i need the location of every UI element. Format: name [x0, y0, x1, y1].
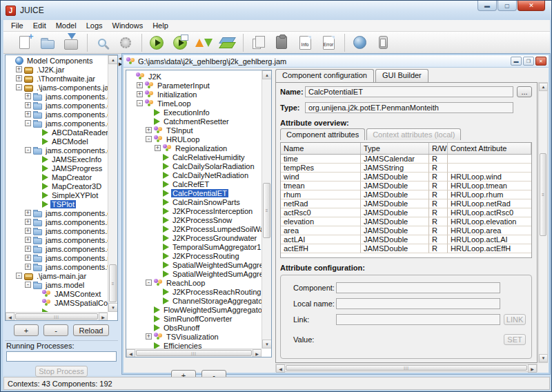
table-row[interactable]: wind JAMSDouble R HRULoop.wind	[281, 173, 531, 182]
remove-component-button[interactable]: -	[43, 324, 68, 336]
expand-toggle[interactable]: -	[16, 84, 22, 90]
expand-toggle[interactable]: +	[25, 255, 31, 261]
exchange-button[interactable]	[193, 33, 215, 52]
info-log-button[interactable]: Info	[294, 33, 316, 52]
tree-item[interactable]: JAMSExecInfo	[6, 155, 108, 164]
set-button[interactable]: SET	[504, 334, 526, 345]
tree-item[interactable]: - jams.components.gui	[6, 146, 108, 155]
save-model-button[interactable]	[60, 33, 82, 52]
table-row[interactable]: time JAMSCalendar R	[281, 155, 531, 164]
scroll-left-arrow[interactable]: ◀	[126, 349, 135, 357]
left-tree-horizontal-scrollbar[interactable]: ◀ ||| ▶	[6, 312, 108, 320]
paste-button[interactable]	[270, 33, 293, 52]
column-header[interactable]: Type	[361, 143, 429, 154]
open-model-button[interactable]	[37, 33, 59, 52]
tree-item[interactable]: - jams.components.demo.ab	[6, 119, 108, 128]
tree-item[interactable]: SpatialWeightedSumAggrega	[126, 269, 262, 278]
column-header[interactable]: Context Attribute	[448, 143, 531, 154]
tab-context-attributes[interactable]: Context attributes (local)	[366, 128, 461, 140]
tree-item[interactable]: TemporalSumAggregator1	[126, 242, 262, 251]
tree-item[interactable]: + Regionalization	[126, 144, 262, 153]
tree-item[interactable]: MapCreator3D	[6, 182, 108, 190]
expand-toggle[interactable]: -	[25, 147, 31, 153]
tree-item[interactable]: - jams.model	[6, 280, 108, 289]
expand-toggle[interactable]: -	[25, 120, 31, 126]
scrollbar-thumb[interactable]: ≡	[263, 183, 270, 238]
tab-component-configuration[interactable]: Component configuration	[275, 69, 374, 82]
expand-toggle[interactable]: +	[137, 82, 143, 88]
component-name-field[interactable]: CalcPotentialET	[305, 86, 513, 97]
model-tree-horizontal-scrollbar[interactable]: ◀ ||| ▶	[126, 349, 262, 357]
tree-item[interactable]: J2KProcessSnow	[126, 215, 262, 224]
frame-restore-button[interactable]: ❐	[523, 57, 534, 66]
tree-item[interactable]: + jams.components.debug	[6, 110, 108, 119]
tree-item[interactable]: FlowWeightedSumAggregator	[126, 305, 262, 314]
table-row[interactable]: netRad JAMSDouble R HRULoop.netRad	[281, 199, 531, 208]
tree-item[interactable]: Model Components	[6, 56, 108, 65]
menu-item[interactable]: File	[6, 21, 28, 30]
menu-item[interactable]: Model	[51, 21, 81, 30]
link-button[interactable]: LINK	[504, 314, 526, 325]
scroll-left-arrow[interactable]: ◀	[6, 313, 14, 321]
config-horizontal-scrollbar[interactable]: ◀ ||| ▶	[275, 364, 538, 372]
layers-button[interactable]	[216, 33, 238, 52]
scroll-right-arrow[interactable]: ▶	[528, 364, 537, 373]
tree-item[interactable]: + .\Thornthwaite.jar	[6, 74, 108, 83]
expand-toggle[interactable]: +	[155, 145, 161, 151]
table-row[interactable]: tmean JAMSDouble R HRULoop.tmean	[281, 182, 531, 190]
tree-item[interactable]: + jams.components.optimize	[6, 244, 108, 253]
tree-item[interactable]: J2K	[126, 72, 262, 81]
tree-item[interactable]	[6, 307, 108, 312]
tree-item[interactable]: + TSInput	[126, 126, 262, 135]
table-row[interactable]: actLAI JAMSDouble R HRULoop.actLAI	[281, 235, 531, 244]
tree-item[interactable]: ABCDataReader	[6, 128, 108, 137]
device-button[interactable]	[372, 33, 394, 52]
tree-item[interactable]: - ReachLoop	[126, 278, 262, 287]
error-log-button[interactable]: Error	[317, 33, 339, 52]
tree-item[interactable]: J2KProcessRouting	[126, 251, 262, 260]
expand-toggle[interactable]: -	[146, 136, 152, 142]
tree-item[interactable]: ABCModel	[6, 137, 108, 146]
tree-item[interactable]: + jams.components.regional	[6, 253, 108, 262]
menu-item[interactable]: Logs	[81, 21, 108, 30]
expand-toggle[interactable]: +	[146, 127, 152, 133]
column-header[interactable]: R/W	[429, 143, 448, 154]
tree-item[interactable]: J2KProcessInterception	[126, 206, 262, 215]
frame-minimize-button[interactable]: ▬	[511, 57, 522, 66]
running-processes-list[interactable]	[6, 351, 117, 362]
tree-item[interactable]: + Initialization	[126, 90, 262, 99]
expand-toggle[interactable]: +	[25, 264, 31, 270]
tree-item[interactable]: JAMSSpatialContext	[6, 298, 108, 307]
tree-item[interactable]: JAMSContext	[6, 289, 108, 298]
run-model-button[interactable]	[146, 33, 168, 52]
table-row[interactable]: tempRes JAMSString R	[281, 164, 531, 173]
expand-toggle[interactable]: -	[16, 273, 22, 279]
tree-item[interactable]: CatchmentResetter	[126, 117, 262, 126]
tree-item[interactable]: + jams.components.machine	[6, 226, 108, 235]
menu-item[interactable]: Windows	[108, 21, 148, 30]
expand-toggle[interactable]: +	[25, 219, 31, 225]
tree-item[interactable]: SpatialWeightedSumAggrega	[126, 260, 262, 269]
scroll-up-arrow[interactable]: ▲	[108, 55, 118, 64]
frame-title-bar[interactable]: G:\jams\data\j2k_gehlberg\j2k_gehlberg.j…	[124, 55, 549, 68]
expand-toggle[interactable]: +	[25, 210, 31, 216]
tab-gui-builder[interactable]: GUI Builder	[375, 69, 428, 82]
scroll-up-arrow[interactable]: ▲	[539, 83, 548, 91]
model-tree-vertical-scrollbar[interactable]: ▲ ≡ ▼	[262, 70, 271, 349]
expand-toggle[interactable]: +	[16, 66, 22, 72]
expand-toggle[interactable]: -	[146, 280, 152, 286]
add-component-button[interactable]: +	[14, 324, 39, 336]
tree-item[interactable]: CalcDailyNetRadiation	[126, 170, 262, 179]
tree-item[interactable]: CalcRainSnowParts	[126, 197, 262, 206]
tree-item[interactable]: JAMSProgress	[6, 164, 108, 173]
scrollbar-thumb[interactable]: |||	[15, 313, 98, 320]
search-button[interactable]	[91, 33, 113, 52]
scroll-down-arrow[interactable]: ▼	[262, 340, 272, 349]
tree-item[interactable]: + .\J2K.jar	[6, 65, 108, 74]
tree-item[interactable]: ObsRunoff	[126, 323, 262, 332]
tree-item[interactable]: CalcDailySolarRadiation	[126, 161, 262, 170]
close-button[interactable]: ✕	[518, 1, 545, 11]
tree-item[interactable]: Efficiencies	[126, 341, 262, 349]
scroll-left-arrow[interactable]: ◀	[276, 364, 285, 373]
stop-process-button[interactable]: Stop Process	[35, 366, 88, 377]
